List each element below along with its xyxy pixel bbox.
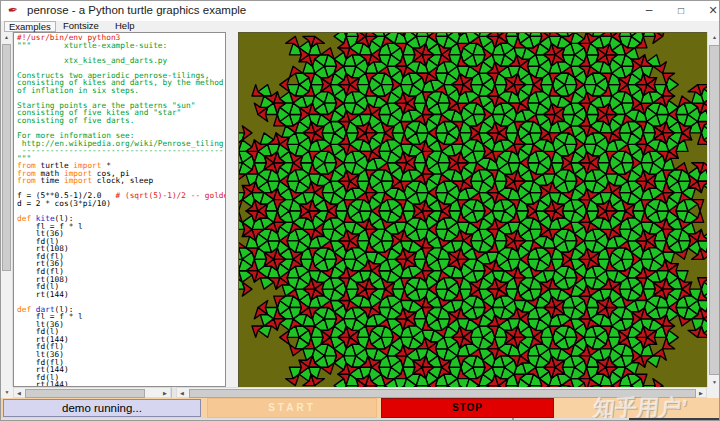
app-pen-icon: ✒: [7, 2, 19, 17]
menu-examples[interactable]: Examples: [4, 21, 56, 32]
scrollbar-corner: [707, 387, 720, 398]
maximize-button[interactable]: □: [667, 2, 695, 20]
editor-vscroll-thumb[interactable]: [2, 44, 11, 271]
editor-hscroll-thumb[interactable]: [25, 389, 145, 398]
editor-horizontal-scrollbar[interactable]: ◀ ▶: [13, 387, 171, 398]
canvas-vscroll-thumb[interactable]: [709, 45, 720, 375]
turtle-canvas-drawing: [239, 33, 707, 387]
close-button[interactable]: ✕: [699, 2, 720, 20]
menu-fontsize[interactable]: Fontsize: [59, 21, 103, 31]
status-message: demo running...: [3, 399, 201, 417]
main-area: ▲ #!/usr/bin/env python3""" xturtle-exam…: [1, 32, 720, 387]
menu-help[interactable]: Help: [111, 21, 139, 31]
scroll-left-icon[interactable]: ◀: [177, 388, 187, 397]
app-window: ✒ penrose - a Python turtle graphics exa…: [0, 0, 720, 421]
code-line: xtx_kites_and_darts.py: [17, 57, 226, 65]
scroll-right-icon[interactable]: ▶: [696, 388, 706, 397]
bottom-bar: demo running... START STOP 知乎用户’: [1, 398, 720, 418]
code-editor[interactable]: #!/usr/bin/env python3""" xturtle-exampl…: [13, 32, 226, 387]
code-line: consisting of five darts.: [17, 117, 226, 125]
start-button[interactable]: START: [207, 398, 377, 418]
title-bar: ✒ penrose - a Python turtle graphics exa…: [1, 1, 720, 22]
canvas-vertical-scrollbar[interactable]: ▲ ▼: [707, 32, 720, 387]
scroll-right-icon[interactable]: ▶: [160, 388, 170, 397]
code-line: of inflation in six steps.: [17, 87, 226, 95]
stop-button[interactable]: STOP: [381, 398, 554, 418]
scroll-down-icon[interactable]: ▼: [1, 387, 13, 398]
minimize-button[interactable]: –: [635, 2, 663, 20]
window-title: penrose - a Python turtle graphics examp…: [27, 4, 246, 16]
code-line: ----------------------------------------…: [17, 147, 226, 155]
code-text: #!/usr/bin/env python3""" xturtle-exampl…: [17, 34, 226, 387]
scroll-up-icon[interactable]: ▲: [1, 32, 12, 42]
pane-divider[interactable]: [226, 32, 238, 387]
scroll-down-icon[interactable]: ▼: [708, 377, 720, 387]
turtle-canvas[interactable]: [238, 32, 707, 387]
scroll-up-icon[interactable]: ▲: [708, 32, 720, 42]
editor-vertical-scrollbar[interactable]: ▲: [1, 32, 13, 387]
code-line: """ xturtle-example-suite:: [17, 42, 226, 50]
code-line: from time import clock, sleep: [17, 177, 226, 185]
watermark: 知乎用户’: [591, 393, 688, 421]
code-line: rt(144): [17, 291, 226, 299]
scroll-left-icon[interactable]: ◀: [14, 388, 24, 397]
code-line: d = 2 * cos(3*pi/10): [17, 200, 226, 208]
